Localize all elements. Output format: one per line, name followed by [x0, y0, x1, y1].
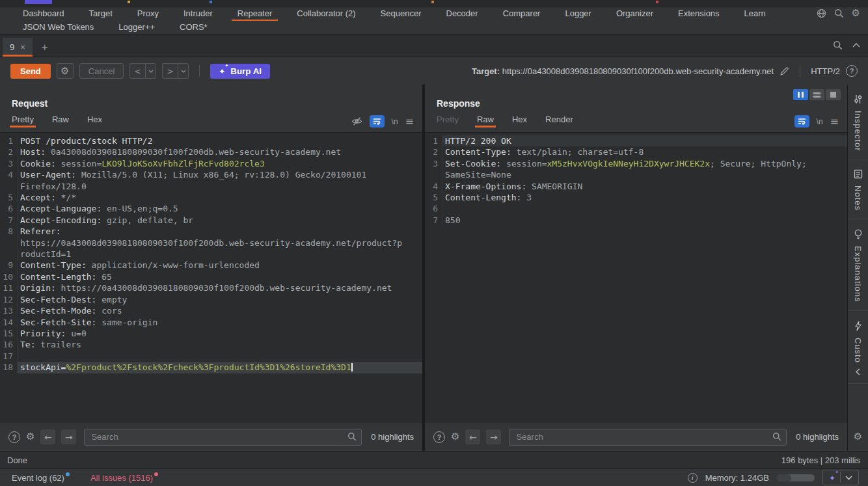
prev-match-arrow-left-icon[interactable]: ←	[40, 429, 55, 444]
tab-raw[interactable]: Raw	[52, 111, 69, 128]
chevron-right-icon[interactable]: >	[162, 63, 178, 79]
help-icon[interactable]: ?	[8, 431, 20, 443]
line-number: 4	[425, 181, 442, 192]
ai-credits-dropdown[interactable]: ✦✦	[822, 470, 859, 485]
history-back-button[interactable]: <	[129, 63, 156, 79]
word-wrap-icon[interactable]	[370, 115, 385, 128]
search-settings-gear-icon[interactable]: ⚙	[26, 432, 34, 442]
menu-item-json-web-tokens[interactable]: JSON Web Tokens	[10, 20, 106, 34]
chevron-down-icon[interactable]	[841, 476, 857, 480]
sidebar-item-notes[interactable]: Notes	[848, 159, 868, 219]
burp-suite-window: DashboardTargetProxyIntruderRepeaterColl…	[0, 0, 868, 486]
new-tab-button[interactable]: +	[42, 42, 48, 53]
menu-item-dashboard[interactable]: Dashboard	[10, 7, 77, 20]
line-number	[0, 249, 18, 260]
search-icon	[772, 432, 781, 441]
layout-columns-button[interactable]	[793, 89, 808, 100]
response-editor[interactable]: 1HTTP/2 200 OK2Content-Type: text/plain;…	[425, 132, 847, 423]
menu-item-logger-[interactable]: Logger++	[106, 20, 167, 34]
show-newlines-icon[interactable]: \n	[817, 117, 823, 126]
menu-item-logger[interactable]: Logger	[552, 7, 603, 20]
show-newlines-icon[interactable]: \n	[392, 117, 398, 126]
tab-hex[interactable]: Hex	[512, 111, 527, 128]
editor-line: 10Content-Length: 65	[0, 271, 422, 282]
response-title: Response	[437, 85, 847, 109]
editor-line: 5Content-Length: 3	[425, 192, 847, 203]
event-log-dot	[66, 472, 70, 476]
search-settings-gear-icon[interactable]: ⚙	[451, 432, 459, 442]
sidebar-item-explanations[interactable]: Explanations	[848, 219, 868, 310]
prev-match-arrow-left-icon[interactable]: ←	[465, 429, 480, 444]
sidebar-settings-gear-icon[interactable]: ⚙	[854, 424, 862, 451]
send-settings-gear-icon[interactable]: ⚙	[57, 63, 74, 79]
menu-item-repeater[interactable]: Repeater	[225, 7, 284, 20]
help-icon[interactable]: ?	[846, 65, 858, 77]
send-button[interactable]: Send	[10, 64, 51, 79]
sliver-dot	[656, 1, 658, 3]
protocol-label[interactable]: HTTP/2	[811, 66, 840, 76]
globe-icon[interactable]	[817, 8, 826, 18]
chevron-up-icon[interactable]	[852, 43, 860, 47]
sidebar-item-label: Notes	[853, 185, 863, 211]
search-icon[interactable]	[833, 40, 843, 50]
editor-line: SameSite=None	[425, 169, 847, 180]
request-search-input[interactable]	[84, 429, 362, 446]
sliver-dot	[128, 1, 130, 3]
tab-pretty[interactable]: Pretty	[12, 111, 34, 128]
menu-item-collaborator-2-[interactable]: Collaborator (2)	[284, 7, 368, 20]
line-number: 12	[0, 294, 18, 305]
chevron-down-icon[interactable]	[145, 63, 156, 79]
response-subtabs: PrettyRawHexRender	[437, 111, 847, 128]
menu-item-target[interactable]: Target	[77, 7, 125, 20]
tab-raw[interactable]: Raw	[477, 111, 494, 128]
editor-menu-icon[interactable]: ≡	[405, 115, 414, 128]
menu-item-organizer[interactable]: Organizer	[604, 7, 666, 20]
menu-item-proxy[interactable]: Proxy	[125, 7, 171, 20]
next-match-arrow-right-icon[interactable]: →	[486, 429, 501, 444]
line-number: 17	[0, 351, 18, 362]
chevron-left-icon[interactable]	[856, 368, 860, 375]
layout-single-button[interactable]	[826, 89, 841, 100]
history-forward-button[interactable]: >	[162, 63, 189, 79]
word-wrap-icon[interactable]	[794, 115, 809, 128]
line-number: 16	[0, 339, 18, 350]
gear-icon[interactable]: ⚙	[852, 8, 860, 18]
menu-item-decoder[interactable]: Decoder	[434, 7, 491, 20]
editor-menu-icon[interactable]: ≡	[830, 115, 839, 128]
menu-item-comparer[interactable]: Comparer	[491, 7, 553, 20]
request-editor[interactable]: 1POST /product/stock HTTP/22Host: 0a4300…	[0, 132, 422, 423]
sidebar-item-custo[interactable]: Custo	[848, 311, 868, 384]
editor-line: 3Cookie: session=LKO9lJoKSoXvFbhZlFjRcFv…	[0, 158, 422, 169]
line-number	[0, 237, 18, 249]
tab-render[interactable]: Render	[545, 111, 573, 128]
all-issues-link[interactable]: All issues (1516)	[90, 472, 158, 483]
menu-item-intruder[interactable]: Intruder	[171, 7, 225, 20]
tab-pretty[interactable]: Pretty	[437, 111, 459, 128]
pencil-icon[interactable]	[780, 66, 789, 76]
line-number: 4	[0, 169, 18, 180]
next-match-arrow-right-icon[interactable]: →	[61, 429, 76, 444]
chevron-left-icon[interactable]: <	[129, 63, 145, 79]
line-number: 6	[0, 203, 18, 214]
sidebar-item-inspector[interactable]: Inspector	[848, 85, 868, 159]
hide-nonprintable-eye-off-icon[interactable]	[351, 116, 362, 126]
close-icon[interactable]: ×	[20, 42, 25, 52]
search-icon[interactable]	[834, 8, 844, 18]
tab-hex[interactable]: Hex	[87, 111, 102, 128]
chevron-down-icon[interactable]	[178, 63, 189, 79]
editor-line: 17	[0, 351, 422, 362]
menu-item-cors-[interactable]: CORS*	[167, 20, 220, 34]
repeater-tab-9[interactable]: 9 ×	[3, 38, 33, 57]
menu-item-learn[interactable]: Learn	[732, 7, 778, 20]
layout-rows-button[interactable]	[809, 89, 824, 100]
help-icon[interactable]: ?	[433, 431, 445, 443]
editor-line: https://0a43008d03908180809030f100f200db…	[0, 237, 422, 249]
menu-item-sequencer[interactable]: Sequencer	[368, 7, 434, 20]
response-search-input[interactable]	[509, 429, 787, 446]
burp-ai-button[interactable]: ✦✦ Burp AI	[210, 64, 270, 79]
editor-line: 9Content-Type: application/x-www-form-ur…	[0, 260, 422, 271]
event-log-link[interactable]: Event log (62)	[12, 472, 70, 483]
cancel-button[interactable]: Cancel	[79, 63, 124, 79]
menu-item-extensions[interactable]: Extensions	[666, 7, 732, 20]
line-number: 7	[425, 215, 442, 226]
